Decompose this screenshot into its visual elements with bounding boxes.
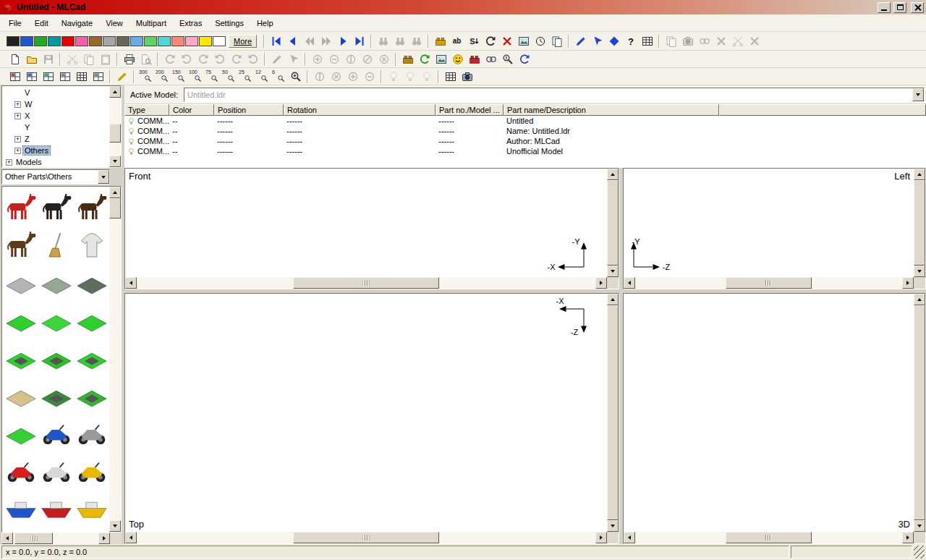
part-thumbnail-plate[interactable]: [3, 414, 38, 451]
draw-diamond-button[interactable]: [606, 33, 622, 48]
scroll-left-button[interactable]: [1, 533, 13, 544]
scrollbar-track[interactable]: [13, 533, 98, 544]
color-bricks-button[interactable]: [466, 51, 483, 67]
minifig-generator-button[interactable]: [449, 51, 466, 67]
color-swatch-12[interactable]: [171, 36, 184, 46]
snapshot-button[interactable]: [459, 69, 475, 84]
scrollbar-track[interactable]: [914, 180, 925, 266]
viewport-horizontal-scrollbar[interactable]: [125, 532, 607, 543]
color-swatch-5[interactable]: [75, 36, 88, 46]
scroll-up-button[interactable]: [914, 294, 925, 305]
part-thumbnail-roadplate[interactable]: [3, 339, 38, 376]
part-table-button[interactable]: [639, 33, 655, 48]
part-thumbnail-horse[interactable]: [3, 226, 38, 263]
scroll-left-button[interactable]: [125, 277, 137, 289]
select-pointer-button[interactable]: [589, 33, 606, 48]
add-rotation-step-button[interactable]: [482, 33, 498, 48]
column-header-type[interactable]: Type: [124, 104, 169, 116]
expand-icon[interactable]: +: [6, 159, 12, 166]
color-swatch-11[interactable]: [158, 36, 171, 46]
scrollbar-track[interactable]: [635, 277, 902, 289]
scrollbar-track[interactable]: [137, 532, 595, 543]
add-part-button[interactable]: [432, 33, 449, 48]
update-model-button[interactable]: [416, 51, 433, 67]
part-thumbnail-plate[interactable]: [38, 301, 74, 339]
part-thumbnail-roadplate[interactable]: [74, 376, 109, 414]
color-swatch-9[interactable]: [130, 36, 143, 46]
parts-horizontal-scrollbar[interactable]: [1, 533, 110, 544]
part-thumbnail-boat[interactable]: [38, 489, 74, 527]
resize-grip-icon[interactable]: [914, 546, 925, 559]
scrollbar-track[interactable]: [635, 532, 902, 543]
zoom-100-button[interactable]: 100: [187, 69, 204, 84]
add-step-button[interactable]: [465, 33, 482, 48]
viewport-horizontal-scrollbar[interactable]: [624, 532, 914, 543]
add-comment-button[interactable]: ab: [449, 33, 465, 48]
menu-item-extras[interactable]: Extras: [173, 17, 208, 30]
go-first-button[interactable]: [268, 33, 284, 48]
add-picture-button[interactable]: [515, 33, 532, 48]
viewmode-colors-button[interactable]: [7, 69, 23, 84]
print-button[interactable]: [121, 51, 137, 67]
viewport-3d[interactable]: 3D: [623, 293, 926, 544]
scrollbar-thumb[interactable]: [914, 180, 925, 266]
viewport-vertical-scrollbar[interactable]: [914, 169, 925, 277]
active-model-dropdown[interactable]: Untitled.ldr: [184, 88, 925, 102]
scrollbar-thumb[interactable]: [109, 198, 121, 219]
scroll-left-button[interactable]: [624, 277, 635, 289]
maximize-button[interactable]: [893, 2, 906, 13]
chain-generator-button[interactable]: [483, 51, 499, 67]
color-swatch-6[interactable]: [89, 36, 102, 46]
open-file-button[interactable]: [23, 51, 40, 67]
menu-item-navigate[interactable]: Navigate: [55, 17, 99, 30]
part-thumbnail-horse[interactable]: [74, 188, 109, 226]
find-part-button[interactable]: [499, 51, 516, 67]
rotate-view-button[interactable]: [516, 51, 532, 67]
zoom-150-button[interactable]: 150: [171, 69, 187, 84]
new-file-button[interactable]: [7, 51, 23, 67]
scrollbar-track[interactable]: [109, 98, 121, 156]
part-thumbnail-plate[interactable]: [38, 263, 74, 301]
zoom-50-button[interactable]: 50: [221, 69, 237, 84]
part-thumbnail-roadplate[interactable]: [74, 339, 109, 376]
tree-item-models[interactable]: +Models: [3, 156, 109, 166]
viewport-horizontal-scrollbar[interactable]: [125, 277, 607, 289]
tree-item-y[interactable]: Y: [3, 122, 109, 133]
expand-icon[interactable]: +: [14, 148, 21, 154]
part-thumbnail-motorcycle[interactable]: [38, 414, 74, 451]
color-swatch-14[interactable]: [199, 36, 212, 46]
zoom-200-button[interactable]: 200: [154, 69, 171, 84]
tree-vertical-scrollbar[interactable]: [109, 86, 121, 167]
scroll-down-button[interactable]: [109, 156, 121, 167]
viewmode-wireframe-button[interactable]: [73, 69, 90, 84]
scrollbar-thumb[interactable]: [914, 305, 925, 520]
viewmode-outline-button[interactable]: [56, 69, 73, 84]
zoom-6-button[interactable]: 6: [271, 69, 287, 84]
part-thumbnail-motorcycle[interactable]: [74, 414, 109, 451]
scrollbar-thumb[interactable]: [293, 532, 440, 543]
tree-item-z[interactable]: +Z: [3, 133, 109, 145]
part-thumbnail-plate[interactable]: [3, 301, 38, 339]
draw-to-selection-button[interactable]: [114, 69, 130, 84]
parts-vertical-scrollbar[interactable]: [109, 187, 121, 532]
scroll-down-button[interactable]: [607, 266, 619, 277]
color-swatch-7[interactable]: [103, 36, 116, 46]
more-colors-button[interactable]: More: [229, 35, 257, 48]
parts-group-dropdown[interactable]: Other Parts\Others: [1, 169, 110, 184]
scrollbar-track[interactable]: [109, 198, 121, 520]
scroll-up-button[interactable]: [109, 86, 121, 98]
scroll-up-button[interactable]: [109, 187, 121, 198]
color-swatch-2[interactable]: [34, 36, 47, 46]
scrollbar-track[interactable]: [607, 305, 619, 520]
color-swatch-1[interactable]: [20, 36, 33, 46]
menu-item-multipart[interactable]: Multipart: [129, 17, 173, 30]
grid-toggle-button[interactable]: [442, 69, 459, 84]
scroll-up-button[interactable]: [914, 169, 925, 180]
add-ghost-button[interactable]: [548, 33, 565, 48]
scrollbar-track[interactable]: [914, 305, 925, 520]
scroll-up-button[interactable]: [607, 294, 619, 305]
part-thumbnail-roadplate[interactable]: [38, 339, 74, 376]
table-row[interactable]: COMM...--------------------Unofficial Mo…: [124, 146, 926, 156]
expand-icon[interactable]: +: [14, 136, 21, 143]
viewport-front[interactable]: Front -Y -X: [124, 168, 619, 289]
